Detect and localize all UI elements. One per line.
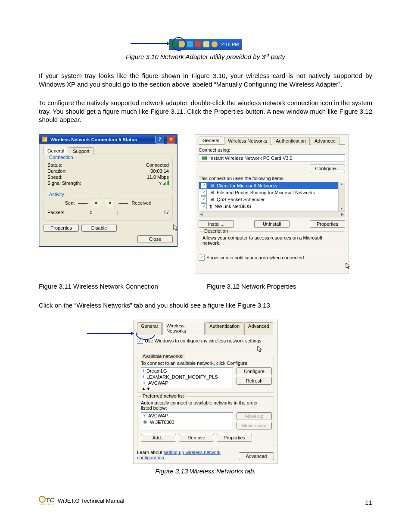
list-item[interactable]: YAVCWAP bbox=[141, 380, 233, 386]
checkbox-icon[interactable]: ✓ bbox=[201, 190, 207, 196]
preferred-networks-list[interactable]: YAVCWAP ◉WiJET0003 bbox=[141, 412, 233, 430]
available-networks-group: Available networks: To connect to an ava… bbox=[137, 357, 274, 393]
figure-3-13-panel: General Wireless Networks Authentication… bbox=[133, 320, 278, 464]
figure-3-11-window: 📶 Wireless Network Connection 5 Status ?… bbox=[39, 134, 177, 247]
install-button[interactable]: Install... bbox=[199, 220, 234, 228]
properties-button[interactable]: Properties bbox=[217, 434, 252, 442]
list-item[interactable]: ✓🖥File and Printer Sharing for Microsoft… bbox=[199, 189, 345, 196]
use-windows-label: Use Windows to configure my wireless net… bbox=[145, 338, 262, 343]
disable-button[interactable]: Disable bbox=[81, 224, 117, 232]
uses-items-label: This connection uses the following items… bbox=[199, 176, 345, 181]
help-button[interactable]: ? bbox=[156, 136, 164, 143]
network-disabled-icon bbox=[195, 41, 201, 47]
vertical-scrollbar[interactable]: ▲▼ bbox=[141, 386, 233, 391]
horizontal-scrollbar[interactable]: ◀▶ bbox=[199, 211, 345, 218]
move-up-button[interactable]: Move up bbox=[237, 412, 272, 420]
show-icon-checkbox[interactable]: ✓ Show icon in notification area when co… bbox=[199, 255, 345, 261]
scroll-down-icon[interactable]: ▼ bbox=[340, 207, 343, 211]
tab-wireless-networks[interactable]: Wireless Networks bbox=[162, 322, 205, 335]
protocol-icon: ¶ bbox=[209, 204, 212, 209]
body-paragraph: If your system tray looks like the figur… bbox=[39, 72, 372, 88]
speed-value: 11.0 Mbps bbox=[147, 174, 169, 180]
status-label: Status: bbox=[47, 162, 62, 168]
checkbox-icon[interactable]: ✓ bbox=[137, 338, 143, 344]
scroll-up-icon[interactable]: ▲ bbox=[340, 182, 343, 186]
scroll-right-icon[interactable]: ▶ bbox=[341, 212, 344, 216]
figure-3-13-caption: Figure 3.13 Wireless Networks tab. bbox=[39, 467, 372, 475]
duration-value: 00:03:14 bbox=[150, 168, 169, 174]
svg-rect-0 bbox=[202, 157, 207, 159]
tab-authentication[interactable]: Authentication bbox=[272, 137, 310, 145]
checkbox-icon[interactable]: ✓ bbox=[199, 255, 205, 261]
checkbox-icon[interactable]: ✓ bbox=[201, 183, 207, 189]
list-item[interactable]: iLEXMARK_DONT_MODIFY_PLS bbox=[141, 374, 233, 380]
antenna-icon: Y bbox=[143, 414, 146, 418]
properties-button[interactable]: Properties bbox=[310, 220, 345, 228]
configure-button[interactable]: Configure bbox=[237, 367, 272, 375]
advanced-button[interactable]: Advanced bbox=[239, 452, 274, 460]
network-card-icon bbox=[202, 156, 207, 160]
network-ok-icon: ◉ bbox=[143, 419, 147, 425]
add-button[interactable]: Add... bbox=[141, 434, 176, 442]
tab-general[interactable]: General bbox=[199, 137, 223, 144]
available-networks-list[interactable]: iDreamLG iLEXMARK_DONT_MODIFY_PLS YAVCWA… bbox=[141, 367, 233, 388]
remove-button[interactable]: Remove bbox=[179, 434, 214, 442]
checkbox-icon[interactable]: ✓ bbox=[201, 203, 207, 209]
tab-general[interactable]: General bbox=[137, 322, 162, 335]
manual-title: WiJET.G Technical Manual bbox=[58, 498, 124, 504]
list-item[interactable]: iDreamLG bbox=[141, 368, 233, 374]
component-icon: 🖥 bbox=[209, 183, 214, 188]
description-group: Description Allows your computer to acce… bbox=[199, 231, 345, 250]
preferred-hint: Automatically connect to available netwo… bbox=[141, 400, 270, 411]
scroll-down-icon[interactable]: ▼ bbox=[146, 386, 151, 391]
signal-label: Signal Strength: bbox=[47, 180, 81, 186]
scroll-left-icon[interactable]: ◀ bbox=[200, 212, 202, 216]
window-title: Wireless Network Connection 5 Status bbox=[50, 137, 153, 142]
move-down-button[interactable]: Move down bbox=[237, 422, 272, 429]
sent-pc-icon: ■ bbox=[91, 199, 101, 207]
vertical-scrollbar[interactable]: ▲▼ bbox=[338, 182, 345, 211]
figure-3-12-caption: Figure 3.12 Network Properties bbox=[194, 283, 353, 290]
packets-recv-value: 17 bbox=[118, 210, 169, 215]
body-paragraph: To configure the natively supported netw… bbox=[39, 99, 372, 124]
checkbox-icon[interactable]: ✓ bbox=[201, 196, 207, 202]
tabs: General Wireless Networks Authentication… bbox=[199, 137, 345, 145]
adapter-name: Instant Wireless Network PC Card V3.0 bbox=[209, 156, 293, 161]
page-footer: TC WIRELESS WiJET.G Technical Manual 11 bbox=[39, 492, 372, 506]
refresh-button[interactable]: Refresh bbox=[237, 377, 272, 385]
close-button[interactable]: ✕ bbox=[167, 136, 175, 143]
globe-icon bbox=[39, 496, 46, 503]
use-windows-checkbox[interactable]: ✓ Use Windows to configure my wireless n… bbox=[137, 338, 274, 344]
available-hint: To connect to an available network, clic… bbox=[141, 361, 270, 366]
components-list[interactable]: ✓🖥Client for Microsoft Networks ✓🖥File a… bbox=[199, 182, 345, 211]
tab-wireless-networks[interactable]: Wireless Networks bbox=[224, 137, 271, 145]
status-value: Connected bbox=[146, 162, 169, 168]
figure-3-10-caption: Figure 3.10 Network Adapter utility prov… bbox=[39, 53, 372, 60]
packets-label: Packets: bbox=[47, 210, 65, 215]
close-button[interactable]: Close bbox=[137, 235, 173, 243]
tab-support[interactable]: Support bbox=[69, 147, 93, 155]
figure-3-10: 2:18 PM bbox=[39, 39, 372, 50]
shield-icon bbox=[179, 41, 185, 47]
system-tray: 2:18 PM bbox=[169, 39, 242, 50]
list-item[interactable]: ✓🖥QoS Packet Scheduler bbox=[199, 196, 345, 203]
tab-advanced[interactable]: Advanced bbox=[311, 137, 339, 145]
properties-button[interactable]: Properties bbox=[44, 224, 79, 232]
list-item[interactable]: YAVCWAP bbox=[141, 413, 233, 419]
configure-button[interactable]: Configure... bbox=[310, 165, 345, 172]
list-item[interactable]: ✓🖥Client for Microsoft Networks bbox=[199, 182, 345, 189]
wireless-icon: 📶 bbox=[42, 137, 48, 142]
list-item[interactable]: ◉WiJET0003 bbox=[141, 419, 233, 425]
list-item[interactable]: ✓¶NWLink NetBIOS bbox=[199, 203, 345, 210]
tab-authentication[interactable]: Authentication bbox=[206, 322, 243, 335]
scroll-up-icon[interactable]: ▲ bbox=[141, 386, 146, 391]
system-tray-bar: 2:18 PM bbox=[169, 39, 242, 50]
adapter-field: Instant Wireless Network PC Card V3.0 bbox=[199, 154, 345, 162]
component-icon: 🖥 bbox=[209, 197, 214, 202]
tab-general[interactable]: General bbox=[44, 147, 68, 155]
connect-using-label: Connect using: bbox=[199, 147, 345, 152]
uninstall-button[interactable]: Uninstall bbox=[254, 220, 290, 228]
antenna-icon: Y bbox=[143, 381, 146, 385]
connection-group: Connection Status:Connected Duration:00:… bbox=[44, 158, 173, 191]
tab-advanced[interactable]: Advanced bbox=[244, 322, 273, 335]
